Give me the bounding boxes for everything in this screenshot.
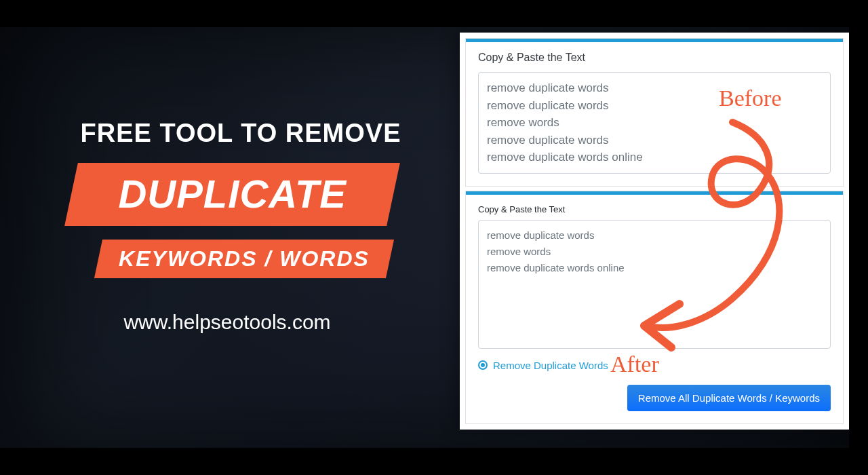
action-row: Remove All Duplicate Words / Keywords bbox=[478, 385, 831, 411]
option-remove-duplicates-label: Remove Duplicate Words bbox=[493, 360, 608, 371]
right-black-bar bbox=[849, 0, 868, 475]
after-card-body: Copy & Paste the Text remove duplicate w… bbox=[466, 195, 843, 423]
after-card-label: Copy & Paste the Text bbox=[478, 204, 831, 214]
before-card-body: Copy & Paste the Text remove duplicate w… bbox=[466, 42, 843, 186]
headline-badge-keywords-label: Keywords / Words bbox=[112, 246, 376, 271]
headline-badge-duplicate-label: Duplicate bbox=[87, 171, 377, 216]
annotation-before: Before bbox=[719, 86, 782, 111]
before-card-label: Copy & Paste the Text bbox=[478, 52, 831, 64]
promo-text-block: Free Tool to Remove Duplicate Keywords /… bbox=[51, 119, 431, 334]
radio-icon bbox=[478, 360, 488, 370]
website-url: www.helpseotools.com bbox=[51, 311, 403, 334]
before-card: Copy & Paste the Text remove duplicate w… bbox=[465, 38, 844, 187]
headline-badge-keywords: Keywords / Words bbox=[94, 240, 394, 278]
after-card: Copy & Paste the Text remove duplicate w… bbox=[465, 191, 844, 424]
headline-badge-duplicate: Duplicate bbox=[64, 163, 400, 226]
after-textarea[interactable]: remove duplicate words remove words remo… bbox=[478, 220, 831, 349]
remove-all-button[interactable]: Remove All Duplicate Words / Keywords bbox=[627, 385, 831, 411]
annotation-after: After bbox=[610, 352, 659, 377]
headline-line1: Free Tool to Remove bbox=[51, 119, 431, 148]
promo-slide: Free Tool to Remove Duplicate Keywords /… bbox=[0, 0, 868, 475]
